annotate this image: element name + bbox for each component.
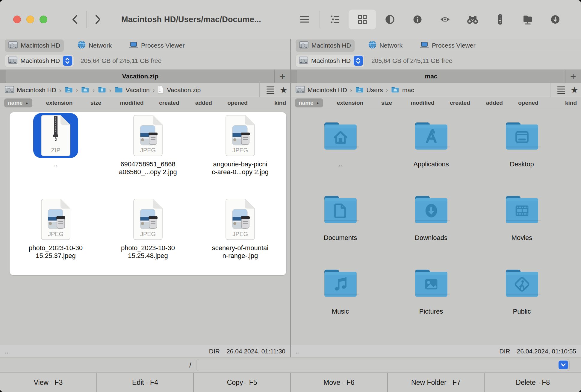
- command-input[interactable]: [196, 359, 569, 371]
- breadcrumb-item[interactable]: Macintosh HD: [5, 86, 56, 95]
- view-options-button[interactable]: [264, 83, 277, 97]
- file-item-label: scenery-of-mountai n-range-.jpg: [212, 244, 268, 260]
- folder-icon: [318, 263, 363, 305]
- grid-view-icon[interactable]: [349, 10, 376, 29]
- search-binoculars-icon[interactable]: [459, 10, 486, 29]
- breadcrumb-item[interactable]: Vacation.zip: [158, 86, 201, 95]
- file-item[interactable]: Applications: [386, 116, 476, 189]
- drive-stepper[interactable]: [354, 56, 363, 66]
- column-header-extension[interactable]: extension: [40, 100, 79, 106]
- file-item[interactable]: JPEG photo_2023-10-30 15.25.37.jpeg: [10, 197, 102, 281]
- breadcrumb-item[interactable]: [81, 86, 90, 94]
- column-header-created[interactable]: created: [151, 100, 187, 106]
- archive-zip-icon[interactable]: [486, 10, 514, 29]
- file-item[interactable]: JPEG photo_2023-10-30 15.25.48.jpeg: [102, 197, 194, 281]
- view-options-button[interactable]: [555, 83, 568, 97]
- location-tab-network[interactable]: Network: [74, 39, 115, 52]
- drive-selector[interactable]: Macintosh HD: [296, 54, 365, 67]
- location-tab-label: Macintosh HD: [21, 42, 60, 49]
- function-button-f5[interactable]: Copy - F5: [194, 373, 290, 392]
- column-header-added[interactable]: added: [187, 100, 220, 106]
- new-tab-button[interactable]: +: [274, 70, 290, 83]
- function-button-f4[interactable]: Edit - F4: [97, 373, 193, 392]
- drive-selector[interactable]: Macintosh HD: [5, 54, 74, 67]
- breadcrumb-item[interactable]: Vacation: [114, 86, 150, 94]
- file-item[interactable]: Desktop: [476, 116, 567, 189]
- favorites-star-button[interactable]: ★: [568, 83, 581, 97]
- column-header-opened[interactable]: opened: [511, 100, 546, 106]
- menu-icon[interactable]: [291, 10, 318, 29]
- quick-look-icon[interactable]: [431, 10, 459, 29]
- new-tab-button[interactable]: +: [565, 70, 581, 83]
- function-button-f3[interactable]: View - F3: [0, 373, 96, 392]
- drive-bar: Macintosh HD205,64 GB of 245,11 GB free: [291, 52, 581, 70]
- file-item[interactable]: ..: [295, 116, 386, 189]
- file-item[interactable]: ZIP ..: [10, 113, 102, 197]
- column-header-size[interactable]: size: [370, 100, 403, 106]
- file-item[interactable]: Downloads: [386, 189, 476, 263]
- laptop-icon: [420, 41, 429, 50]
- directory-tab[interactable]: mac: [297, 73, 565, 80]
- location-tab-network[interactable]: Network: [365, 39, 406, 52]
- toolbar-separator: [320, 11, 320, 28]
- zoom-button[interactable]: [40, 16, 47, 23]
- file-item[interactable]: Movies: [476, 189, 567, 263]
- location-tab-process-viewer[interactable]: Process Viewer: [416, 40, 479, 51]
- breadcrumb-item[interactable]: Users: [355, 86, 383, 94]
- column-header-name[interactable]: name▲: [295, 98, 330, 107]
- close-button[interactable]: [13, 16, 21, 23]
- column-header-kind[interactable]: kind: [255, 100, 286, 106]
- file-item[interactable]: JPEG scenery-of-mountai n-range-.jpg: [194, 197, 286, 281]
- list-lines-icon: [557, 86, 565, 94]
- breadcrumb-tools-divider: [550, 83, 550, 97]
- info-icon[interactable]: [404, 10, 431, 29]
- file-item[interactable]: Documents: [295, 189, 386, 263]
- location-tab-process-viewer[interactable]: Process Viewer: [125, 40, 188, 51]
- list-view-icon[interactable]: [321, 10, 349, 29]
- file-item[interactable]: Public: [476, 263, 567, 336]
- directory-tab[interactable]: Vacation.zip: [6, 73, 274, 80]
- back-button[interactable]: [69, 13, 81, 25]
- file-item[interactable]: Pictures: [386, 263, 476, 336]
- forward-button[interactable]: [92, 13, 104, 25]
- column-header-created[interactable]: created: [442, 100, 478, 106]
- column-header-modified[interactable]: modified: [403, 100, 442, 106]
- drive-stepper[interactable]: [63, 56, 72, 66]
- favorites-star-button[interactable]: ★: [277, 83, 290, 97]
- column-header-extension[interactable]: extension: [330, 100, 370, 106]
- function-button-f6[interactable]: Move - F6: [291, 373, 387, 392]
- function-button-f8[interactable]: Delete - F8: [485, 373, 581, 392]
- breadcrumb-item[interactable]: [64, 86, 73, 94]
- nav-divider: [86, 11, 87, 28]
- column-header-size[interactable]: size: [79, 100, 113, 106]
- contrast-toggle-icon[interactable]: [376, 10, 404, 29]
- column-header-added[interactable]: added: [478, 100, 511, 106]
- location-tab-macintosh-hd[interactable]: Macintosh HD: [5, 39, 64, 52]
- column-header-opened[interactable]: opened: [220, 100, 255, 106]
- minimize-button[interactable]: [26, 16, 34, 23]
- breadcrumb-item[interactable]: Macintosh HD: [296, 86, 347, 95]
- zipfile-icon: [158, 86, 164, 95]
- column-header-modified[interactable]: modified: [113, 100, 151, 106]
- file-item[interactable]: JPEG angourie-bay-picni c-area-0...opy 2…: [194, 113, 286, 197]
- function-button-f7[interactable]: New Folder - F7: [388, 373, 484, 392]
- breadcrumb-separator: ›: [153, 87, 155, 94]
- location-tab-label: Network: [379, 42, 403, 49]
- breadcrumb-item[interactable]: [98, 86, 106, 94]
- breadcrumb-item[interactable]: mac: [391, 86, 414, 94]
- file-item[interactable]: Music: [295, 263, 386, 336]
- column-header-name[interactable]: name▲: [4, 98, 40, 107]
- network-share-icon[interactable]: [514, 10, 541, 29]
- sorted-column-pill: name▲: [295, 98, 323, 107]
- command-history-dropdown-button[interactable]: [559, 361, 568, 369]
- file-item[interactable]: JPEG 6904758951_6868 a06560_...opy 2.jpg: [102, 113, 194, 197]
- breadcrumb-tools: ★: [550, 83, 581, 97]
- jpeg-file-icon: JPEG: [218, 113, 263, 158]
- location-tab-macintosh-hd[interactable]: Macintosh HD: [296, 39, 355, 52]
- breadcrumb-separator: ›: [59, 87, 61, 94]
- column-header-kind[interactable]: kind: [546, 100, 577, 106]
- breadcrumb-tools-divider: [259, 83, 260, 97]
- status-kind: DIR: [209, 348, 220, 355]
- folder-icon: [500, 263, 544, 305]
- download-icon[interactable]: [541, 10, 569, 29]
